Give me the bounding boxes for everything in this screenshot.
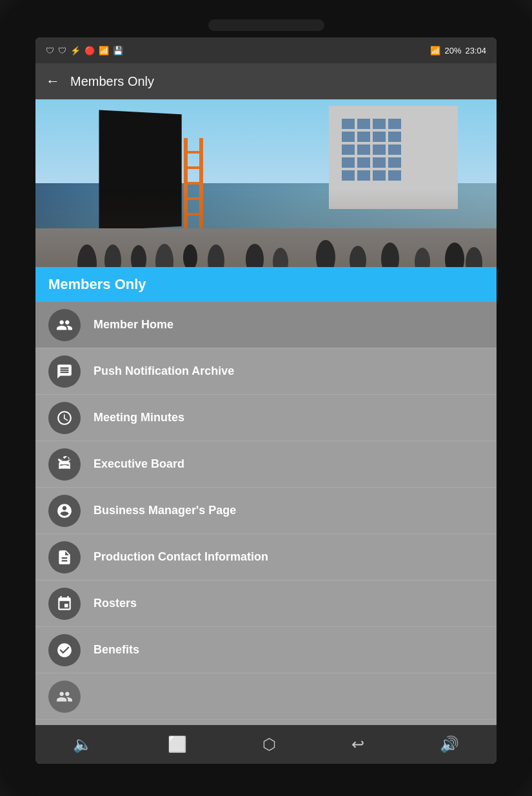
svg-point-7 xyxy=(273,248,288,267)
building-windows xyxy=(342,119,401,181)
hero-scene xyxy=(35,99,497,267)
svg-point-3 xyxy=(155,244,173,267)
rosters-icon-wrapper xyxy=(48,588,81,620)
production-contact-information-label: Production Contact Information xyxy=(94,550,268,564)
svg-point-10 xyxy=(381,243,399,267)
svg-point-14 xyxy=(63,461,66,464)
menu-item-rosters[interactable]: Rosters xyxy=(35,581,497,627)
benefits-icon-wrapper xyxy=(48,634,81,666)
menu-list: Member HomePush Notification ArchiveMeet… xyxy=(35,302,497,725)
meeting-minutes-label: Meeting Minutes xyxy=(94,411,184,424)
menu-item-member-home[interactable]: Member Home xyxy=(35,302,497,348)
member-home-icon-wrapper xyxy=(48,309,81,341)
menu-item-meeting-minutes[interactable]: Meeting Minutes xyxy=(35,395,497,441)
status-bar: 🛡 🛡 ⚡ 🔴 📶 💾 📶 20% 23:04 xyxy=(35,37,497,63)
partial-icon-wrapper xyxy=(48,681,81,713)
status-icons-right: 📶 20% 23:04 xyxy=(430,46,486,55)
menu-item-benefits[interactable]: Benefits xyxy=(35,627,497,673)
usb-icon: ⚡ xyxy=(70,46,81,55)
battery-level: 20% xyxy=(444,46,461,55)
svg-point-13 xyxy=(466,247,482,267)
svg-point-9 xyxy=(350,246,366,267)
alert-icon: 🔴 xyxy=(84,46,95,55)
menu-item-executive-board[interactable]: Executive Board xyxy=(35,441,497,488)
home-button[interactable]: ⬡ xyxy=(257,730,281,759)
menu-item-production-contact-information[interactable]: Production Contact Information xyxy=(35,534,497,581)
signal-icon: 📶 xyxy=(99,46,109,55)
hero-image xyxy=(35,99,497,267)
wifi-icon: 📶 xyxy=(430,46,440,55)
sd-icon: 💾 xyxy=(113,46,123,55)
benefits-label: Benefits xyxy=(94,643,139,657)
shield-icon-2: 🛡 xyxy=(58,46,66,55)
shield-icon-1: 🛡 xyxy=(46,46,54,55)
member-home-label: Member Home xyxy=(94,318,173,332)
status-icons-left: 🛡 🛡 ⚡ 🔴 📶 💾 xyxy=(46,46,123,55)
production-contact-information-icon-wrapper xyxy=(48,541,81,573)
svg-point-0 xyxy=(77,244,97,267)
svg-point-5 xyxy=(208,244,224,267)
section-header-title: Members Only xyxy=(48,276,146,292)
recents-button[interactable]: ⬜ xyxy=(163,730,192,759)
menu-item-business-managers-page[interactable]: Business Manager's Page xyxy=(35,488,497,534)
executive-board-label: Executive Board xyxy=(94,457,184,471)
crowd-silhouettes xyxy=(35,203,497,267)
svg-point-8 xyxy=(316,240,335,267)
phone-screen: 🛡 🛡 ⚡ 🔴 📶 💾 📶 20% 23:04 ← Members Only xyxy=(35,37,497,764)
top-bar: ← Members Only xyxy=(35,63,497,99)
business-managers-page-label: Business Manager's Page xyxy=(94,504,236,517)
top-bar-title: Members Only xyxy=(70,74,154,89)
volume-down-button[interactable]: 🔈 xyxy=(68,730,97,759)
executive-board-icon-wrapper xyxy=(48,448,81,481)
svg-point-12 xyxy=(445,243,464,267)
svg-point-11 xyxy=(415,248,430,267)
bottom-nav: 🔈 ⬜ ⬡ ↩ 🔊 xyxy=(35,725,497,764)
push-notification-archive-label: Push Notification Archive xyxy=(94,364,234,378)
menu-item-partial[interactable] xyxy=(35,673,497,720)
business-managers-page-icon-wrapper xyxy=(48,495,81,527)
back-button[interactable]: ← xyxy=(46,73,60,90)
phone-frame: 🛡 🛡 ⚡ 🔴 📶 💾 📶 20% 23:04 ← Members Only xyxy=(0,0,532,796)
push-notification-archive-icon-wrapper xyxy=(48,355,81,388)
back-nav-button[interactable]: ↩ xyxy=(346,730,369,759)
svg-point-4 xyxy=(183,244,197,267)
phone-notch xyxy=(208,19,324,31)
clock: 23:04 xyxy=(465,46,486,55)
svg-point-2 xyxy=(131,245,146,267)
rosters-label: Rosters xyxy=(94,597,137,610)
svg-point-6 xyxy=(246,244,264,267)
volume-up-button[interactable]: 🔊 xyxy=(435,730,464,759)
section-header: Members Only xyxy=(35,267,497,302)
svg-point-1 xyxy=(104,244,121,267)
meeting-minutes-icon-wrapper xyxy=(48,402,81,434)
menu-item-push-notification-archive[interactable]: Push Notification Archive xyxy=(35,348,497,395)
